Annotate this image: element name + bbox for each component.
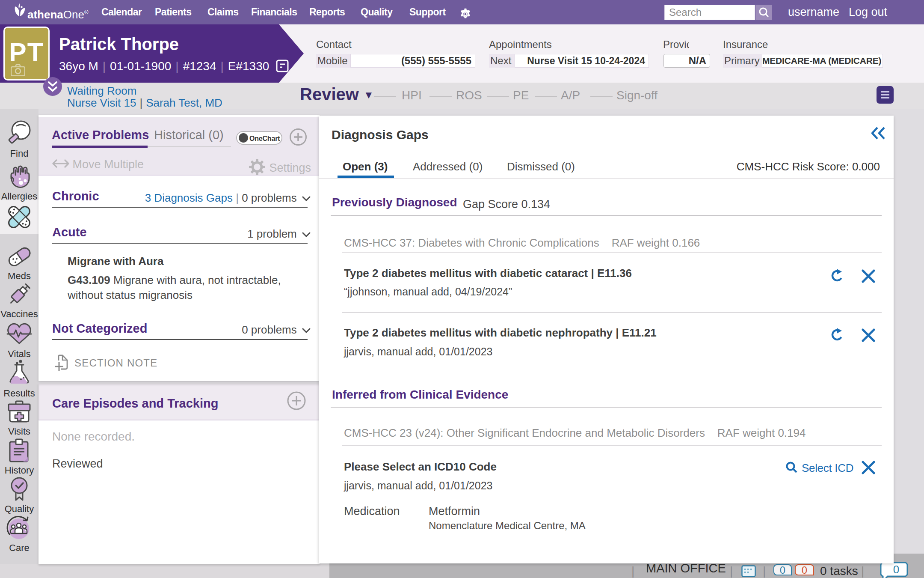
svg-text:0: 0 (893, 563, 899, 576)
